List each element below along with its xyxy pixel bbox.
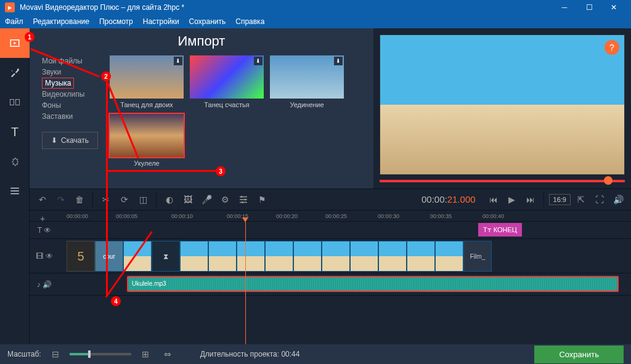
popout-button[interactable]: ⇱: [573, 192, 589, 208]
dl-icon: ⬇: [334, 57, 343, 65]
scrub-handle[interactable]: [604, 176, 613, 185]
svg-rect-3: [10, 100, 14, 105]
download-button[interactable]: ⬇ Скачать: [42, 132, 98, 149]
zoom-slider[interactable]: [70, 353, 131, 355]
timeline-toolbar: ↶ ↷ 🗑 ✂ ⟳ ◫ ◐ 🖼 🎤 ⚙ ⚑ 00:00:21.000 ⏮ ▶ ⏭…: [30, 188, 631, 211]
prev-frame-button[interactable]: ⏮: [486, 192, 502, 208]
volume-button[interactable]: 🔊: [610, 192, 626, 208]
audio-clip-name: Ukulele.mp3: [132, 280, 166, 287]
scale-label: Масштаб:: [7, 350, 41, 358]
thumbnail-grid: ⬇ Танец для двоих ⬇ Танец счастья ⬇ Уеди…: [110, 55, 373, 184]
thumb-label: Танец счастья: [190, 101, 264, 108]
thumb-image: [110, 114, 184, 157]
video-frame: cour: [95, 241, 123, 272]
annotation-4: 4: [111, 296, 121, 306]
audio-track-head[interactable]: ♪ 🔊: [30, 273, 59, 295]
undo-button[interactable]: ↶: [35, 192, 51, 208]
transitions-tool[interactable]: [0, 87, 30, 117]
play-button[interactable]: ▶: [504, 192, 520, 208]
color-button[interactable]: ◐: [161, 192, 177, 208]
playhead[interactable]: [245, 222, 246, 344]
timeline-ruler[interactable]: + 00:00:00 00:00:05 00:00:10 00:00:15 00…: [30, 211, 631, 222]
dl-icon: ⬇: [254, 57, 263, 65]
image-button[interactable]: 🖼: [180, 192, 196, 208]
video-clip[interactable]: 5 cour ⧗ Film_: [67, 241, 492, 272]
preview-scrubber[interactable]: [380, 180, 625, 182]
nav-intros[interactable]: Заставки: [42, 111, 110, 122]
video-frame: [322, 241, 350, 272]
settings-button[interactable]: ⚙: [217, 192, 233, 208]
arrow-2-4-vertical: [106, 78, 108, 296]
import-tool[interactable]: [0, 28, 30, 58]
ruler-tick: 00:00:35: [430, 213, 452, 219]
ruler-tick: 00:00:20: [276, 213, 298, 219]
import-panel: Импорт Мои файлы Звуки Музыка Видеоклипы…: [30, 28, 373, 188]
save-button[interactable]: Сохранить: [534, 346, 624, 363]
audio-track-content[interactable]: Ukulele.mp3: [59, 273, 631, 295]
menu-edit[interactable]: Редактирование: [33, 17, 89, 26]
minimize-button[interactable]: ─: [552, 0, 577, 15]
audio-clip[interactable]: Ukulele.mp3: [127, 276, 619, 292]
aspect-ratio[interactable]: 16:9: [549, 194, 571, 205]
media-item-selected[interactable]: Укулеле: [110, 114, 184, 167]
countdown-frame: 5: [67, 241, 95, 272]
more-tool[interactable]: [0, 176, 30, 206]
title-type-icon: Tᴛ: [483, 226, 491, 234]
titlebar: Movavi Видеоредактор Плюс – для сайта 2h…: [0, 0, 631, 15]
end-title-clip[interactable]: Tᴛ КОНЕЦ: [478, 223, 522, 237]
ruler-tick: 00:00:25: [325, 213, 347, 219]
fullscreen-button[interactable]: ⛶: [592, 192, 608, 208]
title-track-head[interactable]: T 👁: [30, 222, 59, 238]
svg-point-5: [241, 196, 243, 198]
nav-backgrounds[interactable]: Фоны: [42, 100, 110, 111]
arrow-3-horizontal: [106, 170, 217, 172]
time-counter: 00:00:21.000: [421, 194, 476, 205]
ruler-tick: 00:00:10: [171, 213, 193, 219]
stickers-tool[interactable]: [0, 147, 30, 176]
maximize-button[interactable]: ☐: [577, 0, 601, 15]
timeline-tracks: T 👁 Tᴛ КОНЕЦ 🎞 👁 5 cour ⧗: [30, 222, 631, 344]
zoom-in-button[interactable]: ⊞: [137, 346, 153, 362]
video-track-head[interactable]: 🎞 👁: [30, 239, 59, 273]
media-item[interactable]: ⬇ Танец счастья: [190, 55, 264, 184]
ruler-tick: 00:00:00: [67, 213, 88, 219]
video-frame: [208, 241, 237, 272]
waveform: [128, 277, 617, 291]
transition-frame: ⧗: [152, 241, 180, 272]
next-frame-button[interactable]: ⏭: [523, 192, 539, 208]
mic-button[interactable]: 🎤: [198, 192, 214, 208]
annotation-2: 2: [101, 71, 111, 81]
close-button[interactable]: ✕: [601, 0, 626, 15]
video-frame: [180, 241, 208, 272]
crop-button[interactable]: ◫: [135, 192, 151, 208]
download-icon: ⬇: [51, 136, 57, 145]
media-item[interactable]: ⬇ Уединение: [270, 55, 344, 184]
marker-button[interactable]: ⚑: [254, 192, 270, 208]
svg-point-7: [242, 201, 243, 203]
sliders-button[interactable]: [235, 192, 251, 208]
video-frame: [265, 241, 293, 272]
fit-button[interactable]: ⇔: [160, 346, 176, 362]
menu-file[interactable]: Файл: [5, 17, 23, 26]
delete-button[interactable]: 🗑: [71, 192, 88, 208]
ruler-tick: 00:00:30: [378, 213, 399, 219]
title-track-content[interactable]: Tᴛ КОНЕЦ: [59, 222, 631, 238]
rotate-button[interactable]: ⟳: [116, 192, 132, 208]
menu-save[interactable]: Сохранить: [189, 17, 226, 26]
app-logo: [5, 2, 15, 12]
nav-music[interactable]: Музыка: [42, 78, 74, 89]
video-track-content[interactable]: 5 cour ⧗ Film_: [59, 239, 631, 273]
zoom-out-button[interactable]: ⊟: [47, 346, 63, 362]
titles-tool[interactable]: T: [0, 117, 30, 147]
filters-tool[interactable]: [0, 58, 30, 87]
video-frame: [378, 241, 407, 272]
menu-view[interactable]: Просмотр: [99, 17, 133, 26]
end-title-label: КОНЕЦ: [494, 226, 517, 233]
menu-help[interactable]: Справка: [235, 17, 264, 26]
import-title: Импорт: [30, 33, 373, 49]
help-button[interactable]: ?: [605, 40, 619, 55]
thumb-image: ⬇: [190, 55, 264, 99]
redo-button[interactable]: ↷: [53, 192, 69, 208]
nav-videoclips[interactable]: Видеоклипы: [42, 89, 110, 100]
menu-settings[interactable]: Настройки: [143, 17, 179, 26]
